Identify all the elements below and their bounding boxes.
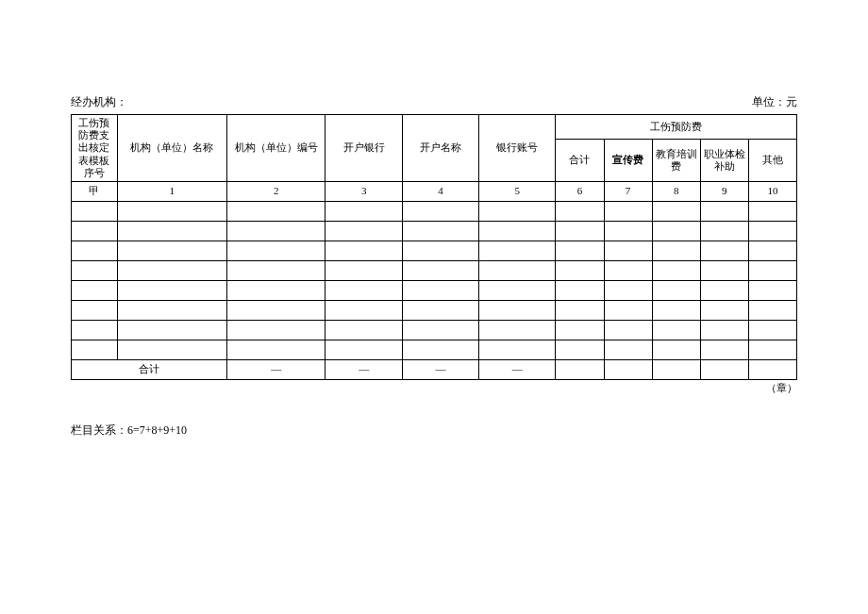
cell-acct-name xyxy=(402,221,478,241)
table-row xyxy=(72,300,797,320)
cell-seq xyxy=(72,280,118,300)
col-seq: 工伤预防费支出核定表模板序号 xyxy=(72,115,118,182)
col-org-code: 机构（单位）编号 xyxy=(226,115,326,182)
cell-other xyxy=(748,320,796,340)
col-publicity: 宣传费 xyxy=(604,140,652,182)
cell-edu xyxy=(652,280,700,300)
cell-org-name xyxy=(117,201,226,221)
cell-total xyxy=(556,300,604,320)
col-group-prevention: 工伤预防费 xyxy=(556,115,797,140)
total-acct-name: — xyxy=(402,359,478,379)
cell-acct-name xyxy=(402,320,478,340)
cell-pub xyxy=(604,201,652,221)
cell-acct-no xyxy=(479,260,556,280)
index-6: 6 xyxy=(556,181,604,201)
cell-seq xyxy=(72,201,118,221)
cell-pub xyxy=(604,340,652,359)
index-8: 8 xyxy=(652,181,700,201)
cell-org-name xyxy=(117,221,226,241)
table-row xyxy=(72,221,797,241)
cell-org-name xyxy=(117,280,226,300)
cell-pub xyxy=(604,241,652,260)
cell-total xyxy=(556,221,604,241)
index-1: 1 xyxy=(117,181,226,201)
index-seq: 甲 xyxy=(72,181,118,201)
index-5: 5 xyxy=(479,181,556,201)
cell-pub xyxy=(604,260,652,280)
cell-seq xyxy=(72,300,118,320)
cell-other xyxy=(748,241,796,260)
cell-med xyxy=(700,201,748,221)
cell-med xyxy=(700,340,748,359)
cell-bank xyxy=(326,280,402,300)
cell-med xyxy=(700,260,748,280)
cell-seq xyxy=(72,221,118,241)
cell-edu xyxy=(652,300,700,320)
cell-med xyxy=(700,241,748,260)
col-org-name: 机构（单位）名称 xyxy=(117,115,226,182)
col-acct-name: 开户名称 xyxy=(402,115,478,182)
cell-org-code xyxy=(226,260,326,280)
total-org-code: — xyxy=(226,359,326,379)
total-e xyxy=(652,359,700,379)
cell-edu xyxy=(652,260,700,280)
expense-table: 工伤预防费支出核定表模板序号 机构（单位）名称 机构（单位）编号 开户银行 开户… xyxy=(71,114,797,380)
table-body: 合计 — — — — xyxy=(72,201,797,379)
cell-edu xyxy=(652,320,700,340)
cell-bank xyxy=(326,300,402,320)
cell-org-code xyxy=(226,320,326,340)
cell-acct-no xyxy=(479,221,556,241)
cell-acct-name xyxy=(402,280,478,300)
col-other: 其他 xyxy=(748,140,796,182)
cell-other xyxy=(748,201,796,221)
cell-seq xyxy=(72,241,118,260)
cell-other xyxy=(748,280,796,300)
cell-pub xyxy=(604,221,652,241)
cell-total xyxy=(556,241,604,260)
cell-bank xyxy=(326,260,402,280)
total-row: 合计 — — — — xyxy=(72,359,797,379)
cell-pub xyxy=(604,300,652,320)
cell-pub xyxy=(604,320,652,340)
cell-org-code xyxy=(226,241,326,260)
cell-acct-no xyxy=(479,280,556,300)
col-bank: 开户银行 xyxy=(326,115,402,182)
cell-other xyxy=(748,300,796,320)
cell-org-code xyxy=(226,340,326,359)
col-acct-no: 银行账号 xyxy=(479,115,556,182)
cell-total xyxy=(556,260,604,280)
index-2: 2 xyxy=(226,181,326,201)
cell-total xyxy=(556,340,604,359)
cell-bank xyxy=(326,320,402,340)
cell-org-code xyxy=(226,300,326,320)
cell-edu xyxy=(652,221,700,241)
col-education: 教育培训费 xyxy=(652,140,700,182)
cell-org-code xyxy=(226,280,326,300)
cell-other xyxy=(748,260,796,280)
cell-acct-name xyxy=(402,260,478,280)
table-row xyxy=(72,280,797,300)
cell-other xyxy=(748,221,796,241)
index-10: 10 xyxy=(748,181,796,201)
cell-acct-no xyxy=(479,241,556,260)
unit-label: 单位：元 xyxy=(752,94,797,110)
total-m xyxy=(700,359,748,379)
cell-bank xyxy=(326,241,402,260)
index-3: 3 xyxy=(326,181,402,201)
cell-acct-no xyxy=(479,201,556,221)
cell-bank xyxy=(326,340,402,359)
index-4: 4 xyxy=(402,181,478,201)
cell-org-name xyxy=(117,340,226,359)
cell-org-code xyxy=(226,221,326,241)
cell-seq xyxy=(72,260,118,280)
table-row xyxy=(72,241,797,260)
index-7: 7 xyxy=(604,181,652,201)
cell-acct-name xyxy=(402,241,478,260)
stamp-label: （章） xyxy=(71,382,797,394)
cell-org-name xyxy=(117,300,226,320)
cell-total xyxy=(556,280,604,300)
total-acct-no: — xyxy=(479,359,556,379)
col-subtotal: 合计 xyxy=(556,140,604,182)
cell-acct-name xyxy=(402,340,478,359)
total-bank: — xyxy=(326,359,402,379)
